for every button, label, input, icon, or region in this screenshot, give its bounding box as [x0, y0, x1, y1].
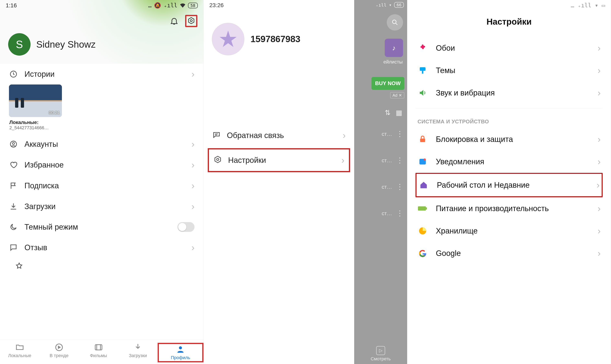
- row-label: Отзыв: [25, 243, 185, 252]
- buy-now-button[interactable]: BUY NOW: [372, 77, 404, 90]
- search-button[interactable]: [387, 14, 403, 30]
- row-label: Подписка: [25, 182, 185, 190]
- row-home-recents[interactable]: Рабочий стол и Недавние ›: [415, 173, 603, 197]
- row-label: Обои: [436, 44, 589, 52]
- row-darkmode[interactable]: Темный режим: [6, 217, 197, 237]
- row-storage[interactable]: Хранилище ›: [415, 220, 603, 242]
- status-indicators: … 🔕 ₊ıll 58: [148, 2, 198, 9]
- row-accounts[interactable]: Аккаунты ›: [6, 134, 197, 155]
- mute-icon: 🔕: [154, 2, 161, 9]
- row-downloads[interactable]: Загрузки ›: [6, 196, 197, 217]
- nav-trending[interactable]: В тренде: [39, 343, 79, 362]
- video-thumbnail[interactable]: 00:21: [9, 84, 62, 117]
- screen-profile: 1:16 … 🔕 ₊ıll 58: [0, 0, 204, 364]
- row-cutoff: [6, 258, 197, 274]
- menu-list: Истории › 00:21 Локальные: 2_54427731466…: [0, 64, 203, 274]
- row-wallpaper[interactable]: Обои ›: [415, 37, 603, 59]
- gear-icon: [213, 156, 223, 165]
- play-icon: ▷: [376, 346, 385, 355]
- download-icon: [9, 202, 18, 211]
- grid-icon[interactable]: ▦: [396, 108, 402, 117]
- row-favorites[interactable]: Избранное ›: [6, 155, 197, 175]
- nav-movies[interactable]: Фильмы: [79, 343, 118, 362]
- more-icon[interactable]: ⋮: [396, 209, 402, 218]
- chevron-right-icon: ›: [598, 88, 601, 98]
- row-google[interactable]: Google ›: [415, 242, 603, 264]
- row-label: Обратная связь: [227, 131, 284, 140]
- row-subscription[interactable]: Подписка ›: [6, 175, 197, 196]
- chevron-right-icon: ›: [191, 201, 195, 211]
- row-label: Уведомления: [436, 157, 589, 166]
- sort-icon[interactable]: ⇅: [385, 108, 390, 117]
- avatar: [212, 23, 244, 55]
- row-label: Блокировка и защита: [436, 135, 589, 144]
- screen-system-settings: … ₊ıll ▾ ▭ Настройки Обои › Темы › Звук …: [407, 0, 611, 364]
- status-indicators-dim: ₊ıll ▾ 66: [376, 2, 404, 8]
- svg-rect-11: [420, 139, 425, 142]
- svg-rect-14: [418, 206, 426, 210]
- list-row-dim[interactable]: ст…⋮: [354, 200, 407, 227]
- chat-icon: [9, 243, 18, 252]
- notifications-button[interactable]: [168, 15, 180, 27]
- chevron-right-icon: ›: [342, 155, 345, 165]
- settings-menu: Обратная связь › Настройки ›: [204, 72, 354, 172]
- row-label: Темы: [436, 66, 589, 75]
- row-review[interactable]: Отзыв ›: [6, 237, 197, 258]
- status-time: 23:26: [209, 2, 224, 9]
- chevron-right-icon: ›: [598, 248, 601, 258]
- row-feedback[interactable]: Обратная связь ›: [208, 125, 350, 146]
- nav-watch-dim[interactable]: ▷ Смотреть: [354, 346, 407, 362]
- row-settings[interactable]: Настройки ›: [208, 148, 350, 172]
- list-row-dim[interactable]: ст…⋮: [354, 121, 407, 147]
- sort-view-controls[interactable]: ⇅▦: [354, 98, 407, 121]
- user-id: 1597867983: [251, 34, 300, 44]
- more-icon[interactable]: ⋮: [396, 130, 402, 138]
- history-thumbnail[interactable]: 00:21 Локальные: 2_544277314666…: [6, 84, 197, 134]
- nav-label: В тренде: [50, 353, 69, 358]
- row-label: Хранилище: [436, 227, 589, 235]
- more-icon[interactable]: ⋮: [396, 182, 402, 191]
- page-title: Настройки: [407, 11, 611, 37]
- row-notifications[interactable]: Уведомления ›: [415, 150, 603, 173]
- panel-foreground: 23:26 1597867983 Обратная связь › Настро…: [204, 0, 354, 364]
- row-themes[interactable]: Темы ›: [415, 59, 603, 82]
- pie-icon: [418, 226, 428, 236]
- user-header[interactable]: S Sidney Showz: [0, 29, 203, 62]
- settings-button[interactable]: [185, 15, 197, 27]
- row-lock[interactable]: Блокировка и защита ›: [415, 128, 603, 150]
- row-label: Избранное: [25, 161, 185, 169]
- chat-icon: [212, 131, 222, 140]
- list-row-dim[interactable]: ст…⋮: [354, 174, 407, 200]
- svg-rect-9: [420, 67, 425, 71]
- lock-icon: [418, 134, 428, 144]
- svg-rect-5: [95, 345, 102, 350]
- user-header[interactable]: 1597867983: [204, 11, 354, 72]
- clock-icon: [9, 70, 18, 78]
- notification-icon: [418, 156, 428, 167]
- nav-label: Загрузки: [129, 353, 147, 358]
- chevron-right-icon: ›: [191, 69, 195, 79]
- svg-point-0: [190, 20, 192, 22]
- chevron-right-icon: ›: [191, 139, 195, 149]
- nav-profile[interactable]: Профиль: [158, 343, 203, 362]
- svg-point-13: [424, 158, 426, 161]
- row-history[interactable]: Истории ›: [6, 64, 197, 84]
- chevron-right-icon: ›: [191, 243, 195, 253]
- wifi-icon: [180, 3, 186, 8]
- ad-close-badge[interactable]: Ad ✕: [390, 92, 404, 98]
- playlists-tile[interactable]: ♪: [385, 39, 403, 57]
- battery-icon: [418, 203, 428, 214]
- row-label: Звук и вибрация: [436, 89, 589, 97]
- nav-downloads[interactable]: Загрузки: [118, 343, 158, 362]
- svg-point-8: [392, 20, 396, 24]
- svg-point-7: [217, 158, 219, 161]
- battery-indicator: 58: [188, 3, 198, 8]
- row-sound[interactable]: Звук и вибрация ›: [415, 82, 603, 104]
- more-icon[interactable]: ⋮: [396, 156, 402, 165]
- nav-local[interactable]: Локальные: [0, 343, 39, 362]
- status-time: 1:16: [6, 2, 17, 9]
- darkmode-toggle[interactable]: [177, 222, 195, 232]
- brush-icon: [418, 65, 428, 76]
- list-row-dim[interactable]: ст…⋮: [354, 147, 407, 174]
- row-power[interactable]: Питание и производительность ›: [415, 197, 603, 220]
